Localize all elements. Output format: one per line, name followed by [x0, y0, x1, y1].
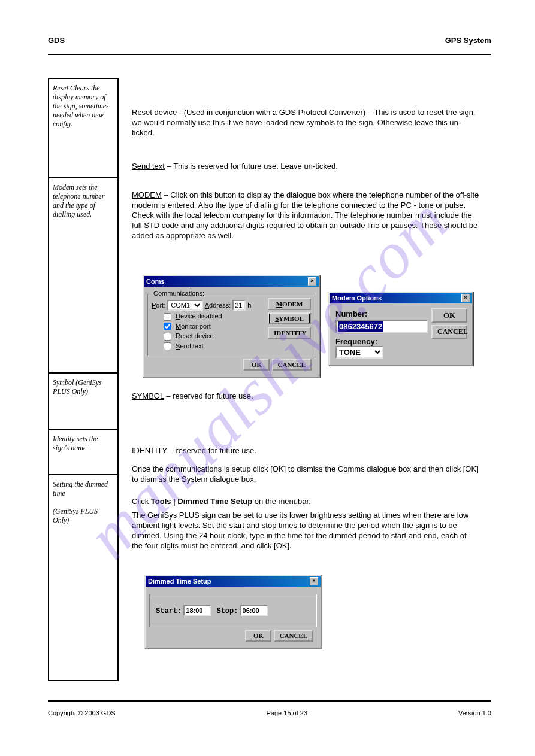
dimmed-titlebar[interactable]: Dimmed Time Setup ×	[146, 576, 321, 587]
chk-send-text[interactable]: Send text	[164, 342, 265, 351]
sidebar-cell-reset: Reset Clears the display memory of the s…	[48, 78, 119, 178]
sidebar-cell-symbol: Symbol (GeniSys PLUS Only)	[48, 374, 119, 430]
address-suffix: h	[247, 302, 251, 309]
coms-group-label: Communications:	[152, 290, 206, 297]
frequency-select[interactable]: TONE	[335, 346, 383, 359]
text-identity: – reserved for future use.	[170, 446, 256, 455]
text-send-text: – This is reserved for future use. Leave…	[167, 162, 338, 171]
para-symbol: SYMBOL – reserved for future use.	[132, 391, 479, 402]
footer-right: Version 1.0	[458, 709, 491, 716]
close-icon[interactable]: ×	[461, 294, 470, 302]
chk-reset-device[interactable]: Reset device	[164, 332, 265, 341]
header-left: GDS	[48, 36, 65, 46]
ok-button[interactable]: OK	[431, 308, 467, 323]
label-reset-device: Reset device	[132, 108, 177, 117]
cancel-button[interactable]: CANCEL	[274, 630, 313, 642]
ok-button[interactable]: OK	[245, 630, 271, 642]
dialog-dimmed-time: Dimmed Time Setup × Start: Stop: OK CANC…	[144, 575, 322, 649]
close-icon[interactable]: ×	[308, 277, 316, 286]
sidebar-dimmed-note: (GeniSys PLUS Only)	[53, 507, 98, 524]
modem-title: Modem Options	[332, 294, 382, 302]
sidebar-dimmed-title: Setting the dimmed time	[53, 480, 108, 497]
label-identity: IDENTITY	[132, 446, 167, 455]
footer-left: Copyright © 2003 GDS	[48, 709, 116, 716]
dialog-modem-options: Modem Options × Number: 0862345672 Frequ…	[328, 292, 473, 366]
symbol-button[interactable]: SYMBOL	[268, 312, 311, 324]
port-label: Port:	[152, 302, 165, 309]
sidebar-cell-dimmed: Setting the dimmed time (GeniSys PLUS On…	[48, 475, 119, 681]
cancel-button[interactable]: CANCEL	[272, 359, 312, 371]
text-menubar: on the menubar.	[255, 497, 311, 506]
modem-button[interactable]: MODEM	[268, 298, 311, 310]
coms-title: Coms	[146, 278, 165, 285]
chk-device-disabled[interactable]: Device disabled	[164, 312, 265, 321]
header-rule	[48, 54, 491, 55]
footer: Copyright © 2003 GDS Page 15 of 23 Versi…	[48, 709, 491, 716]
sidebar-cell-identity: Identity sets the sign's name.	[48, 430, 119, 475]
text-modem: – Click on this button to display the di…	[132, 190, 479, 240]
para-sendtext: Send text – This is reserved for future …	[132, 162, 479, 172]
label-send-text: Send text	[132, 162, 165, 171]
dialog-coms: Coms × Communications: Port: COM1: Addre…	[143, 275, 320, 378]
chk-monitor-port[interactable]: Monitor port	[164, 323, 265, 331]
sidebar-symbol-title: Symbol	[53, 378, 74, 387]
text-click: Click	[132, 497, 149, 506]
para-dim-desc: The GeniSys PLUS sign can be set to use …	[132, 511, 479, 551]
number-label: Number:	[335, 309, 428, 318]
para-modem: MODEM – Click on this button to display …	[132, 190, 479, 241]
frequency-label: Frequency:	[335, 337, 428, 346]
para-oknote: Once the communications is setup click […	[132, 464, 479, 485]
identity-button[interactable]: IDENTITY	[268, 327, 311, 339]
dimmed-title: Dimmed Time Setup	[148, 578, 211, 585]
number-input[interactable]: 0862345672	[338, 321, 383, 332]
ok-button[interactable]: OK	[243, 359, 270, 371]
port-select[interactable]: COM1:	[167, 300, 203, 311]
stop-label: Stop:	[216, 607, 238, 615]
text-reset-device: - (Used in conjunction with a GDS Protoc…	[132, 108, 476, 137]
coms-titlebar[interactable]: Coms ×	[144, 276, 319, 287]
modem-titlebar[interactable]: Modem Options ×	[330, 293, 472, 303]
footer-rule	[48, 700, 491, 702]
start-input[interactable]	[183, 605, 211, 616]
sidebar-cell-modem: Modem sets the telephone number and the …	[48, 178, 119, 374]
coms-group: Communications: Port: COM1: Address: h D…	[147, 294, 315, 356]
address-input[interactable]	[232, 300, 246, 311]
label-symbol: SYMBOL	[132, 391, 164, 400]
start-label: Start:	[156, 607, 182, 615]
cancel-button[interactable]: CANCEL	[431, 325, 467, 339]
text-symbol: – reserved for future use.	[166, 391, 253, 400]
para-identity: IDENTITY – reserved for future use.	[132, 446, 479, 456]
footer-center: Page 15 of 23	[267, 709, 308, 716]
para-reset: Reset device - (Used in conjunction with…	[132, 108, 479, 138]
label-modem: MODEM	[132, 190, 162, 199]
close-icon[interactable]: ×	[310, 577, 318, 585]
text-menu-path: Tools | Dimmed Time Setup	[151, 497, 252, 506]
address-label: Address:	[205, 302, 231, 309]
para-menucmd: Click Tools | Dimmed Time Setup on the m…	[132, 497, 311, 507]
stop-input[interactable]	[240, 605, 268, 616]
left-sidebar: Reset Clears the display memory of the s…	[48, 78, 119, 681]
header-right: GPS System	[445, 36, 491, 46]
